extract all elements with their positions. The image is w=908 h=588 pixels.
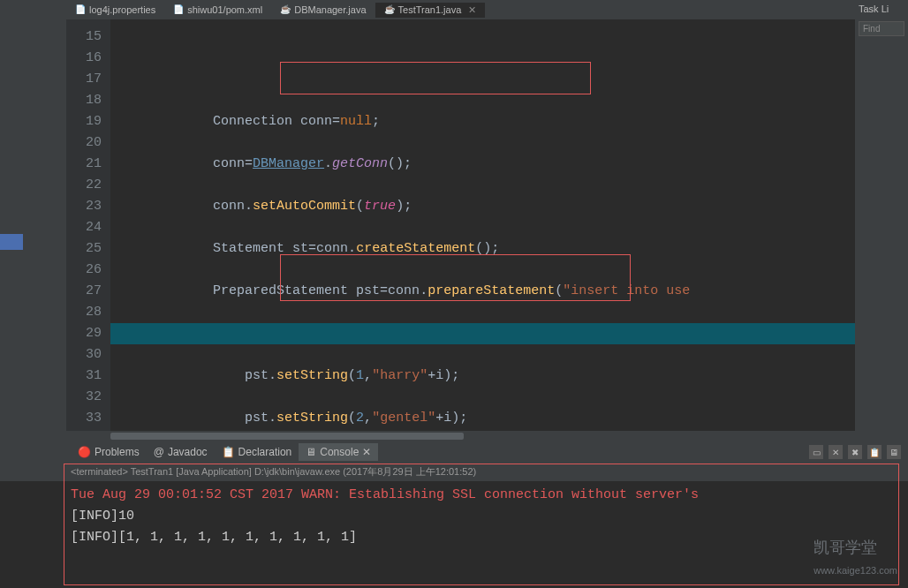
declaration-icon: 📋 [222, 446, 235, 458]
horizontal-scrollbar[interactable] [66, 431, 855, 441]
file-icon: 📄 [173, 4, 184, 15]
code-line: conn.setAutoCommit(true); [117, 196, 855, 217]
find-input[interactable]: Find [859, 21, 904, 36]
pin-icon[interactable]: ▭ [809, 445, 823, 459]
code-text[interactable]: Connection conn=null; conn=DBManager.get… [110, 19, 855, 431]
line-number: 22 [66, 175, 102, 196]
tab-label: Console [320, 446, 359, 458]
console-toolbar: ▭ ✕ ✖ 📋 🖥 [809, 445, 908, 459]
line-number: 26 [66, 260, 102, 281]
editor-tabs: 📄log4j.properties 📄shiwu01/pom.xml ☕DBMa… [66, 0, 855, 19]
close-icon[interactable]: ✕ [468, 4, 476, 16]
line-number: 31 [66, 366, 102, 387]
bottom-panel: 🔴Problems @Javadoc 📋Declaration 🖥Console… [0, 441, 908, 588]
line-number: 19 [66, 111, 102, 132]
task-panel-title: Task Li [855, 0, 908, 18]
code-line: conn=DBManager.getConn(); [117, 154, 855, 175]
annotation-box-1 [280, 62, 591, 94]
sidebar-marker [0, 234, 23, 250]
clear-icon[interactable]: ✕ [829, 445, 843, 459]
console-output[interactable]: Tue Aug 29 00:01:52 CST 2017 WARN: Estab… [0, 481, 908, 588]
line-number: 20 [66, 132, 102, 154]
java-icon: ☕ [280, 4, 291, 15]
tab-declaration[interactable]: 📋Declaration [215, 443, 299, 461]
line-number: 30 [66, 344, 102, 366]
editor-area: 📄log4j.properties 📄shiwu01/pom.xml ☕DBMa… [66, 0, 855, 441]
line-number: 15 [66, 26, 102, 48]
tab-label: log4j.properties [89, 4, 155, 15]
line-gutter: 15 16 17 18 19 20 21 22 23 24 25 26 27 2… [66, 19, 110, 431]
terminate-icon[interactable]: ✖ [848, 445, 862, 459]
line-number: 28 [66, 302, 102, 323]
console-line-info: [INFO]10 [71, 506, 837, 527]
console-line-info: [INFO][1, 1, 1, 1, 1, 1, 1, 1, 1, 1] [71, 527, 837, 548]
line-number: 23 [66, 196, 102, 217]
line-number: 16 [66, 48, 102, 69]
line-number: 18 [66, 90, 102, 111]
console-header: <terminated> TestTran1 [Java Application… [0, 463, 908, 481]
tab-label: DBManager.java [294, 4, 366, 15]
console-line-warn: Tue Aug 29 00:01:52 CST 2017 WARN: Estab… [71, 485, 837, 506]
bottom-tabs: 🔴Problems @Javadoc 📋Declaration 🖥Console… [0, 441, 908, 463]
line-number: 17 [66, 69, 102, 90]
left-sidebar [0, 0, 66, 441]
code-line: pst.setString(2,"gentel"+i); [117, 408, 855, 429]
scrollbar-thumb[interactable] [110, 433, 464, 440]
tab-console[interactable]: 🖥Console ✕ [299, 443, 378, 461]
tab-testtran1[interactable]: ☕TestTran1.java✕ [375, 3, 486, 18]
line-number: 32 [66, 387, 102, 408]
display-icon[interactable]: 🖥 [887, 445, 901, 459]
tab-label: TestTran1.java [398, 4, 462, 15]
code-line: Connection conn=null; [117, 111, 855, 132]
line-number: 21 [66, 154, 102, 175]
code-line: pst.setString(1,"harry"+i); [117, 366, 855, 387]
tab-dbmanager[interactable]: ☕DBManager.java [271, 3, 375, 17]
code-line: PreparedStatement pst=conn.prepareStatem… [117, 281, 855, 302]
remove-all-icon[interactable]: 📋 [867, 445, 882, 459]
code-editor[interactable]: 15 16 17 18 19 20 21 22 23 24 25 26 27 2… [66, 19, 855, 431]
tab-label: Javadoc [168, 446, 208, 458]
code-line: Statement st=conn.createStatement(); [117, 238, 855, 260]
java-icon: ☕ [384, 4, 395, 15]
line-number: 33 [66, 408, 102, 429]
problems-icon: 🔴 [78, 446, 91, 458]
line-number: 27 [66, 281, 102, 302]
tab-label: Declaration [238, 446, 292, 458]
file-icon: 📄 [75, 4, 86, 15]
tab-problems[interactable]: 🔴Problems [71, 443, 147, 461]
tab-log4j[interactable]: 📄log4j.properties [66, 3, 164, 17]
tab-label: Problems [95, 446, 140, 458]
javadoc-icon: @ [154, 446, 164, 458]
tab-pom[interactable]: 📄shiwu01/pom.xml [164, 3, 271, 17]
tab-javadoc[interactable]: @Javadoc [147, 443, 215, 461]
current-line-highlight [110, 323, 855, 344]
line-number: 25 [66, 238, 102, 260]
line-number: 24 [66, 217, 102, 238]
watermark: 凯哥学堂www.kaige123.com [813, 537, 897, 581]
right-panel: Task Li Find [855, 0, 908, 441]
console-icon: 🖥 [306, 446, 316, 458]
tab-label: shiwu01/pom.xml [187, 4, 262, 15]
line-number: 29 [66, 323, 102, 344]
close-icon[interactable]: ✕ [362, 446, 371, 458]
